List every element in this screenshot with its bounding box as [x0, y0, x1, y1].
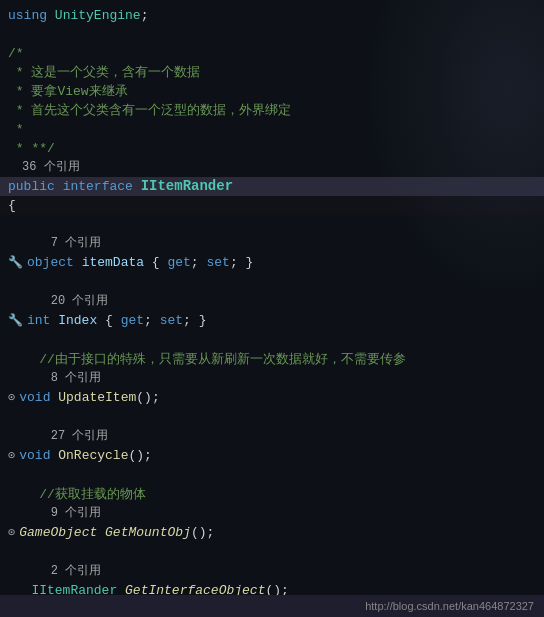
blank-line: [0, 466, 544, 485]
ref-count-line: 7 个引用: [0, 234, 544, 253]
comment-line: * 要拿View来继承: [0, 82, 544, 101]
blank-line: [0, 331, 544, 350]
keyword-using: using: [8, 6, 47, 25]
wrench-icon: 🔧: [8, 312, 23, 331]
circle-icon: ⊙: [8, 524, 15, 543]
comment-line: *: [0, 120, 544, 139]
member-line: ⊙ GameObject GetMountObj ();: [0, 523, 544, 543]
ref-count-line: 2 个引用: [0, 562, 544, 581]
interface-name: IItemRander: [141, 177, 233, 196]
comment-line: * **/: [0, 139, 544, 158]
namespace: UnityEngine: [55, 6, 141, 25]
ref-count-line: 9 个引用: [0, 504, 544, 523]
blank-line: [0, 543, 544, 562]
member-line: 🔧 object itemData { get ; set ; }: [0, 253, 544, 273]
comment-line: /*: [0, 44, 544, 63]
interface-declaration: public interface IItemRander: [0, 177, 544, 196]
circle-icon: ⊙: [8, 447, 15, 466]
circle-icon: ⊙: [8, 389, 15, 408]
blank-line: [0, 25, 544, 44]
blank-line: [0, 215, 544, 234]
status-bar: http://blog.csdn.net/kan464872327: [0, 595, 544, 617]
code-editor: using UnityEngine ; /* * 这是一个父类，含有一个数据 *…: [0, 0, 544, 617]
blank-line: [0, 273, 544, 292]
comment-line: * 首先这个父类含有一个泛型的数据，外界绑定: [0, 101, 544, 120]
code-line: using UnityEngine ;: [0, 6, 544, 25]
code-content: using UnityEngine ; /* * 这是一个父类，含有一个数据 *…: [0, 0, 544, 617]
ref-count-line: 20 个引用: [0, 292, 544, 311]
ref-count-line: 27 个引用: [0, 427, 544, 446]
member-line: ⊙ void UpdateItem ();: [0, 388, 544, 408]
ref-count-line: 8 个引用: [0, 369, 544, 388]
member-line: ⊙ void OnRecycle ();: [0, 446, 544, 466]
wrench-icon: 🔧: [8, 254, 23, 273]
ref-count-line: 36 个引用: [0, 158, 544, 177]
comment-inline: //由于接口的特殊，只需要从新刷新一次数据就好，不需要传参: [0, 350, 544, 369]
comment-inline: //获取挂载的物体: [0, 485, 544, 504]
url-text: http://blog.csdn.net/kan464872327: [365, 600, 534, 612]
comment-line: * 这是一个父类，含有一个数据: [0, 63, 544, 82]
member-line: 🔧 int Index { get ; set ; }: [0, 311, 544, 331]
blank-line: [0, 408, 544, 427]
open-brace: {: [0, 196, 544, 215]
